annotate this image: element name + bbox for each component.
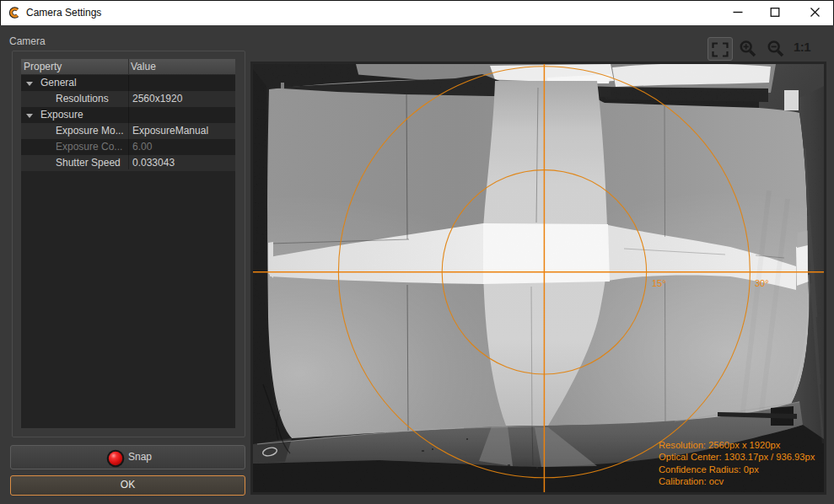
svg-text:Optical Center: 1303.17px / 93: Optical Center: 1303.17px / 936.93px [659,452,815,462]
svg-text:Resolution: 2560px x 1920px: Resolution: 2560px x 1920px [659,440,781,450]
svg-text:Calibration: ocv: Calibration: ocv [659,476,724,486]
svg-text:Confidence Radius: 0px: Confidence Radius: 0px [659,464,759,475]
svg-text:30°: 30° [755,278,769,288]
svg-text:15°: 15° [652,278,666,288]
